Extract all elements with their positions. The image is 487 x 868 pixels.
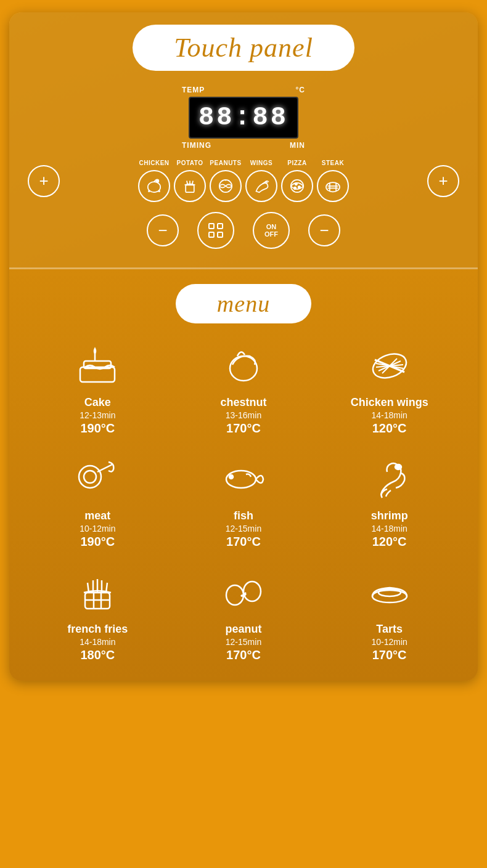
peanut-name: peanut: [225, 623, 261, 636]
menu-item-fish: fish 12-15min 170°C: [174, 454, 314, 549]
menu-item-chicken-wings: Chicken wings 14-18min 120°C: [319, 341, 459, 436]
svg-point-32: [395, 464, 401, 469]
peanut-time: 12-15min: [226, 637, 261, 647]
on-off-button[interactable]: ON OFF: [253, 212, 290, 249]
tarts-temp: 170°C: [372, 648, 407, 662]
fish-icon: [216, 454, 271, 503]
french-fries-time: 14-18min: [80, 637, 115, 647]
preset-row: + CHICKEN POTATO PEANUTS WINGS PIZZA STE…: [28, 160, 459, 202]
chestnut-name: chestnut: [220, 396, 266, 409]
meat-time: 10-12min: [80, 524, 115, 533]
lcd-display: 88:88: [189, 97, 298, 139]
svg-point-42: [226, 585, 243, 605]
menu-item-french-fries: french fries 14-18min 180°C: [28, 567, 168, 662]
menu-item-meat: meat 10-12min 190°C: [28, 454, 168, 549]
shrimp-time: 14-18min: [371, 524, 407, 533]
menu-item-shrimp: shrimp 14-18min 120°C: [319, 454, 459, 549]
grid-icon: [208, 223, 223, 238]
svg-point-8: [291, 180, 303, 192]
svg-point-1: [156, 180, 158, 182]
peanut-icon: [216, 567, 271, 617]
peanut-temp: 170°C: [226, 648, 261, 662]
display-top-labels: TEMP °C: [182, 86, 305, 94]
time-plus-button[interactable]: +: [427, 165, 459, 197]
svg-point-9: [295, 183, 297, 185]
temp-label: TEMP: [182, 86, 205, 94]
preset-pizza-button[interactable]: [281, 170, 313, 202]
menu-item-cake: Cake 12-13min 190°C: [28, 341, 168, 436]
preset-chicken-button[interactable]: [138, 170, 170, 202]
preset-label-potato: POTATO: [174, 160, 206, 166]
grid-cell-2: [217, 223, 223, 229]
svg-point-28: [84, 471, 96, 483]
page-wrapper: Touch panel TEMP °C 88:88 TIMING MIN +: [9, 12, 478, 681]
shrimp-temp: 120°C: [372, 535, 407, 549]
controls-row: − ON OFF −: [28, 212, 459, 249]
touch-panel-section: Touch panel TEMP °C 88:88 TIMING MIN +: [9, 12, 478, 269]
touch-panel-title-badge: Touch panel: [133, 25, 354, 71]
french-fries-temp: 180°C: [80, 648, 115, 662]
chicken-wings-icon: [362, 341, 417, 390]
minus-icon-right: −: [319, 221, 329, 240]
menu-title: menu: [217, 291, 270, 317]
fish-time: 12-15min: [226, 524, 261, 533]
preset-wings-button[interactable]: [245, 170, 277, 202]
lcd-value: 88:88: [198, 103, 289, 132]
chestnut-icon: [216, 341, 271, 390]
menu-item-peanut: peanut 12-15min 170°C: [174, 567, 314, 662]
shrimp-icon: [362, 454, 417, 503]
french-fries-icon: [70, 567, 125, 617]
chicken-wings-time: 14-18min: [371, 410, 407, 420]
preset-peanuts-button[interactable]: [210, 170, 242, 202]
tarts-time: 10-12min: [371, 637, 407, 647]
menu-item-tarts: Tarts 10-12min 170°C: [319, 567, 459, 662]
grid-cell-1: [208, 223, 215, 229]
cake-time: 12-13min: [80, 410, 115, 420]
cake-icon: [70, 341, 125, 390]
temp-minus-button[interactable]: −: [147, 214, 179, 246]
plus-icon-right: +: [438, 171, 448, 190]
preset-label-chicken: CHICKEN: [138, 160, 170, 166]
min-label: MIN: [290, 141, 305, 150]
svg-point-31: [229, 475, 233, 479]
svg-point-11: [294, 187, 296, 189]
menu-title-badge: menu: [176, 284, 311, 323]
preset-icons: [138, 170, 349, 202]
presets-container: CHICKEN POTATO PEANUTS WINGS PIZZA STEAK: [65, 160, 422, 202]
display-bottom-labels: TIMING MIN: [182, 141, 305, 150]
preset-label-steak: STEAK: [317, 160, 349, 166]
preset-steak-button[interactable]: [317, 170, 349, 202]
on-label: ON: [266, 223, 277, 230]
preset-potato-button[interactable]: [174, 170, 206, 202]
meat-icon: [70, 454, 125, 503]
svg-point-0: [148, 182, 160, 192]
chestnut-temp: 170°C: [226, 421, 261, 436]
menu-section: menu Cake 12-13min 190°C: [9, 269, 478, 681]
svg-rect-17: [80, 367, 115, 382]
grid-menu-button[interactable]: [197, 212, 234, 249]
cake-name: Cake: [84, 396, 111, 409]
preset-labels: CHICKEN POTATO PEANUTS WINGS PIZZA STEAK: [138, 160, 349, 166]
temp-plus-button[interactable]: +: [28, 165, 60, 197]
fish-temp: 170°C: [226, 535, 261, 549]
display-outer: TEMP °C 88:88 TIMING MIN: [28, 86, 459, 150]
svg-rect-2: [186, 185, 194, 192]
timing-label: TIMING: [182, 141, 211, 150]
chicken-wings-temp: 120°C: [372, 421, 407, 436]
shrimp-name: shrimp: [371, 509, 408, 522]
minus-icon-left: −: [158, 221, 167, 240]
time-minus-button[interactable]: −: [308, 214, 340, 246]
meat-name: meat: [84, 509, 110, 522]
preset-label-pizza: PIZZA: [281, 160, 313, 166]
celsius-label: °C: [296, 86, 305, 94]
cake-temp: 190°C: [80, 421, 115, 436]
grid-cell-3: [208, 232, 215, 238]
tarts-icon: [362, 567, 417, 617]
preset-label-wings: WINGS: [245, 160, 277, 166]
plus-icon: +: [39, 171, 48, 190]
svg-point-43: [243, 582, 261, 601]
svg-point-20: [230, 356, 257, 381]
menu-grid: Cake 12-13min 190°C chestnut 13-16min 17…: [28, 341, 459, 662]
touch-panel-title: Touch panel: [174, 33, 313, 63]
french-fries-name: french fries: [67, 623, 128, 636]
